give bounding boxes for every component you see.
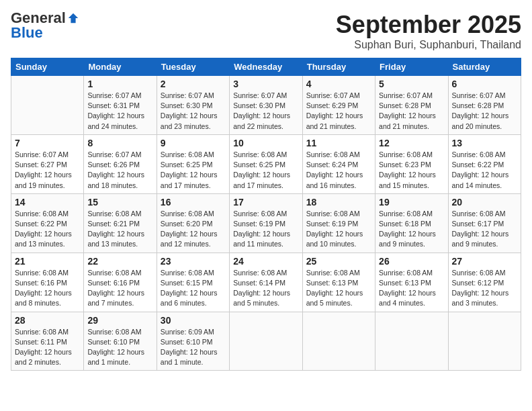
calendar-cell: 3Sunrise: 6:07 AM Sunset: 6:30 PM Daylig… <box>230 76 302 135</box>
header-friday: Friday <box>375 58 448 76</box>
calendar-cell: 16Sunrise: 6:08 AM Sunset: 6:20 PM Dayli… <box>157 193 229 253</box>
day-number: 23 <box>161 256 226 267</box>
calendar-cell: 22Sunrise: 6:08 AM Sunset: 6:16 PM Dayli… <box>84 253 157 312</box>
day-number: 11 <box>306 138 371 148</box>
day-number: 10 <box>233 138 298 148</box>
day-number: 6 <box>452 79 517 89</box>
day-info: Sunrise: 6:07 AM Sunset: 6:30 PM Dayligh… <box>161 91 226 132</box>
day-info: Sunrise: 6:07 AM Sunset: 6:31 PM Dayligh… <box>87 91 152 132</box>
day-number: 1 <box>87 79 152 89</box>
calendar-cell: 23Sunrise: 6:08 AM Sunset: 6:15 PM Dayli… <box>157 253 229 312</box>
calendar-cell: 14Sunrise: 6:08 AM Sunset: 6:22 PM Dayli… <box>11 193 84 253</box>
day-info: Sunrise: 6:08 AM Sunset: 6:21 PM Dayligh… <box>87 209 152 250</box>
logo-general: General <box>11 11 66 26</box>
calendar-cell: 18Sunrise: 6:08 AM Sunset: 6:19 PM Dayli… <box>302 193 375 253</box>
day-info: Sunrise: 6:08 AM Sunset: 6:25 PM Dayligh… <box>161 150 226 191</box>
title-block: September 2025 Suphan Buri, Suphanburi, … <box>336 11 521 51</box>
day-info: Sunrise: 6:08 AM Sunset: 6:23 PM Dayligh… <box>379 150 444 191</box>
day-info: Sunrise: 6:08 AM Sunset: 6:22 PM Dayligh… <box>452 150 517 191</box>
day-number: 13 <box>452 138 517 148</box>
day-info: Sunrise: 6:08 AM Sunset: 6:20 PM Dayligh… <box>161 209 226 250</box>
calendar-cell: 17Sunrise: 6:08 AM Sunset: 6:19 PM Dayli… <box>230 193 302 253</box>
day-number: 17 <box>233 197 298 208</box>
day-number: 9 <box>161 138 226 148</box>
day-info: Sunrise: 6:08 AM Sunset: 6:25 PM Dayligh… <box>233 150 298 191</box>
calendar-cell: 10Sunrise: 6:08 AM Sunset: 6:25 PM Dayli… <box>230 134 302 193</box>
day-number: 29 <box>87 315 152 326</box>
day-number: 8 <box>87 138 152 148</box>
calendar-cell: 11Sunrise: 6:08 AM Sunset: 6:24 PM Dayli… <box>302 134 375 193</box>
calendar-cell: 20Sunrise: 6:08 AM Sunset: 6:17 PM Dayli… <box>448 193 521 253</box>
day-info: Sunrise: 6:07 AM Sunset: 6:26 PM Dayligh… <box>87 150 152 191</box>
week-row-5: 28Sunrise: 6:08 AM Sunset: 6:11 PM Dayli… <box>11 312 521 371</box>
calendar-cell: 6Sunrise: 6:07 AM Sunset: 6:28 PM Daylig… <box>448 76 521 135</box>
day-number: 20 <box>452 197 517 208</box>
day-info: Sunrise: 6:08 AM Sunset: 6:11 PM Dayligh… <box>15 327 80 368</box>
day-info: Sunrise: 6:08 AM Sunset: 6:22 PM Dayligh… <box>15 209 80 250</box>
calendar-cell: 26Sunrise: 6:08 AM Sunset: 6:13 PM Dayli… <box>375 253 448 312</box>
calendar-cell <box>375 312 448 371</box>
calendar-cell: 27Sunrise: 6:08 AM Sunset: 6:12 PM Dayli… <box>448 253 521 312</box>
day-number: 27 <box>452 256 517 267</box>
calendar-table: SundayMondayTuesdayWednesdayThursdayFrid… <box>11 58 521 371</box>
day-info: Sunrise: 6:08 AM Sunset: 6:13 PM Dayligh… <box>306 268 371 309</box>
day-number: 25 <box>306 256 371 267</box>
day-number: 22 <box>87 256 152 267</box>
day-info: Sunrise: 6:08 AM Sunset: 6:10 PM Dayligh… <box>87 327 152 368</box>
svg-marker-0 <box>69 13 78 23</box>
day-info: Sunrise: 6:07 AM Sunset: 6:27 PM Dayligh… <box>15 150 80 191</box>
calendar-cell: 25Sunrise: 6:08 AM Sunset: 6:13 PM Dayli… <box>302 253 375 312</box>
day-number: 2 <box>161 79 226 89</box>
day-number: 19 <box>379 197 444 208</box>
day-number: 7 <box>15 138 80 148</box>
calendar-cell: 2Sunrise: 6:07 AM Sunset: 6:30 PM Daylig… <box>157 76 229 135</box>
day-info: Sunrise: 6:09 AM Sunset: 6:10 PM Dayligh… <box>161 327 226 368</box>
day-info: Sunrise: 6:08 AM Sunset: 6:19 PM Dayligh… <box>306 209 371 250</box>
day-info: Sunrise: 6:08 AM Sunset: 6:16 PM Dayligh… <box>15 268 80 309</box>
calendar-cell: 30Sunrise: 6:09 AM Sunset: 6:10 PM Dayli… <box>157 312 229 371</box>
day-info: Sunrise: 6:08 AM Sunset: 6:16 PM Dayligh… <box>87 268 152 309</box>
day-number: 14 <box>15 197 80 208</box>
calendar-cell: 4Sunrise: 6:07 AM Sunset: 6:29 PM Daylig… <box>302 76 375 135</box>
calendar-cell <box>302 312 375 371</box>
week-row-2: 7Sunrise: 6:07 AM Sunset: 6:27 PM Daylig… <box>11 134 521 193</box>
calendar-cell <box>448 312 521 371</box>
logo: General Blue <box>11 11 79 40</box>
day-info: Sunrise: 6:08 AM Sunset: 6:17 PM Dayligh… <box>452 209 517 250</box>
calendar-cell: 7Sunrise: 6:07 AM Sunset: 6:27 PM Daylig… <box>11 134 84 193</box>
calendar-cell <box>230 312 302 371</box>
day-number: 21 <box>15 256 80 267</box>
month-title: September 2025 <box>336 11 521 39</box>
calendar-cell: 15Sunrise: 6:08 AM Sunset: 6:21 PM Dayli… <box>84 193 157 253</box>
week-row-4: 21Sunrise: 6:08 AM Sunset: 6:16 PM Dayli… <box>11 253 521 312</box>
calendar-cell: 29Sunrise: 6:08 AM Sunset: 6:10 PM Dayli… <box>84 312 157 371</box>
day-info: Sunrise: 6:07 AM Sunset: 6:28 PM Dayligh… <box>379 91 444 132</box>
calendar-cell: 19Sunrise: 6:08 AM Sunset: 6:18 PM Dayli… <box>375 193 448 253</box>
header-monday: Monday <box>84 58 157 76</box>
logo-blue: Blue <box>11 24 43 41</box>
day-number: 30 <box>161 315 226 326</box>
day-number: 16 <box>161 197 226 208</box>
calendar-cell: 13Sunrise: 6:08 AM Sunset: 6:22 PM Dayli… <box>448 134 521 193</box>
calendar-cell: 12Sunrise: 6:08 AM Sunset: 6:23 PM Dayli… <box>375 134 448 193</box>
day-info: Sunrise: 6:08 AM Sunset: 6:14 PM Dayligh… <box>233 268 298 309</box>
header-wednesday: Wednesday <box>230 58 302 76</box>
day-number: 28 <box>15 315 80 326</box>
days-header-row: SundayMondayTuesdayWednesdayThursdayFrid… <box>11 58 521 76</box>
day-info: Sunrise: 6:08 AM Sunset: 6:12 PM Dayligh… <box>452 268 517 309</box>
day-info: Sunrise: 6:08 AM Sunset: 6:19 PM Dayligh… <box>233 209 298 250</box>
calendar-cell: 21Sunrise: 6:08 AM Sunset: 6:16 PM Dayli… <box>11 253 84 312</box>
calendar-cell <box>11 76 84 135</box>
day-info: Sunrise: 6:08 AM Sunset: 6:15 PM Dayligh… <box>161 268 226 309</box>
week-row-3: 14Sunrise: 6:08 AM Sunset: 6:22 PM Dayli… <box>11 193 521 253</box>
day-info: Sunrise: 6:08 AM Sunset: 6:24 PM Dayligh… <box>306 150 371 191</box>
day-number: 3 <box>233 79 298 89</box>
day-number: 12 <box>379 138 444 148</box>
header-tuesday: Tuesday <box>157 58 229 76</box>
day-number: 18 <box>306 197 371 208</box>
header-saturday: Saturday <box>448 58 521 76</box>
day-number: 5 <box>379 79 444 89</box>
day-number: 24 <box>233 256 298 267</box>
day-info: Sunrise: 6:07 AM Sunset: 6:30 PM Dayligh… <box>233 91 298 132</box>
calendar-cell: 9Sunrise: 6:08 AM Sunset: 6:25 PM Daylig… <box>157 134 229 193</box>
